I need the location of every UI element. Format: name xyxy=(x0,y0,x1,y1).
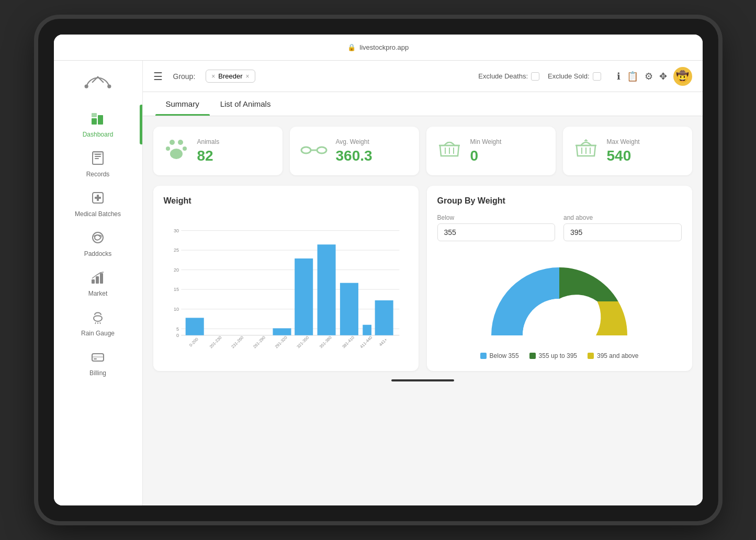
svg-text:30: 30 xyxy=(174,228,179,233)
svg-rect-22 xyxy=(94,358,97,359)
sidebar-item-billing[interactable]: Billing xyxy=(54,343,142,383)
legend-label-below: Below 355 xyxy=(490,352,519,359)
legend-item-above: 395 and above xyxy=(588,352,638,359)
sidebar-item-records[interactable]: Records xyxy=(54,144,142,184)
basket-min-icon xyxy=(437,137,462,165)
sidebar-item-market[interactable]: Market xyxy=(54,264,142,303)
expand-icon[interactable]: ✥ xyxy=(659,71,667,82)
svg-rect-8 xyxy=(95,158,99,159)
charts-row: Weight xyxy=(153,186,692,371)
exclude-deaths-checkbox[interactable] xyxy=(531,72,539,81)
above-input-group: and above xyxy=(563,214,682,241)
exclude-deaths-label: Exclude Deaths: xyxy=(478,72,528,80)
legend-item-mid: 355 up to 395 xyxy=(529,352,577,359)
basket-max-icon xyxy=(573,137,599,165)
svg-point-27 xyxy=(170,149,183,159)
donut-legend: Below 355 355 up to 395 395 and above xyxy=(480,352,639,359)
sidebar-label-dashboard: Dashboard xyxy=(83,131,114,138)
above-input[interactable] xyxy=(563,223,682,241)
user-avatar[interactable]: 🤠 xyxy=(673,67,692,86)
sidebar-item-medical[interactable]: Medical Batches xyxy=(54,184,142,224)
page-content: Animals 82 xyxy=(143,116,703,505)
gbw-inputs: Below and above xyxy=(437,214,682,241)
bar-321-350 xyxy=(295,258,313,335)
header-icons: ℹ 📋 ⚙ ✥ 🤠 xyxy=(617,67,692,86)
legend-dot-mid xyxy=(529,353,536,359)
max-weight-value: 540 xyxy=(607,148,640,164)
max-weight-label: Max Weight xyxy=(607,138,640,145)
svg-rect-21 xyxy=(92,356,104,358)
svg-text:411-440: 411-440 xyxy=(359,335,373,349)
stat-card-min-weight: Min Weight 0 xyxy=(426,127,556,175)
settings-icon[interactable]: ⚙ xyxy=(645,71,653,82)
svg-rect-7 xyxy=(95,156,101,157)
below-input[interactable] xyxy=(437,223,556,241)
svg-point-1 xyxy=(107,84,111,88)
tag-x-left[interactable]: × xyxy=(211,73,215,80)
bar-411-440 xyxy=(363,325,371,335)
min-weight-label: Min Weight xyxy=(470,138,502,145)
exclude-deaths-group: Exclude Deaths: xyxy=(478,72,539,81)
svg-text:321-350: 321-350 xyxy=(296,335,310,349)
svg-text:201-230: 201-230 xyxy=(208,335,222,349)
svg-text:441+: 441+ xyxy=(378,337,388,347)
svg-rect-14 xyxy=(92,279,95,284)
svg-text:20: 20 xyxy=(174,267,179,273)
sidebar-item-rain[interactable]: Rain Gauge xyxy=(54,303,142,343)
svg-rect-15 xyxy=(96,276,99,284)
avg-weight-value: 360.3 xyxy=(336,148,373,164)
avg-weight-label: Avg. Weight xyxy=(336,138,373,145)
paw-icon xyxy=(164,136,189,166)
svg-text:0: 0 xyxy=(176,333,179,338)
svg-rect-70 xyxy=(476,335,643,346)
content-area: ☰ Group: × Breeder × Exclude Deaths: xyxy=(143,61,703,505)
svg-text:10: 10 xyxy=(174,307,179,312)
stat-info-animals: Animals 82 xyxy=(197,138,220,164)
svg-line-17 xyxy=(95,322,96,324)
svg-point-0 xyxy=(85,84,88,88)
sidebar-label-medical: Medical Batches xyxy=(75,210,121,218)
tab-summary[interactable]: Summary xyxy=(155,92,210,116)
exclude-sold-label: Exclude Sold: xyxy=(548,72,590,80)
market-icon xyxy=(91,270,105,288)
donut-container: Below 355 355 up to 395 395 and above xyxy=(437,252,682,359)
svg-rect-16 xyxy=(100,273,103,284)
tab-list-of-animals[interactable]: List of Animals xyxy=(210,92,281,116)
billing-icon xyxy=(91,350,105,367)
bar-381-410 xyxy=(340,283,358,335)
hamburger-menu[interactable]: ☰ xyxy=(153,70,163,83)
sidebar-item-dashboard[interactable]: Dashboard xyxy=(54,105,142,144)
svg-rect-4 xyxy=(92,113,97,117)
legend-label-mid: 355 up to 395 xyxy=(539,352,577,359)
sidebar-item-paddocks[interactable]: Paddocks xyxy=(54,224,142,264)
tag-x-right[interactable]: × xyxy=(246,73,250,80)
tabs-bar: Summary List of Animals xyxy=(143,92,703,116)
svg-rect-28 xyxy=(301,147,311,153)
group-tag-value: Breeder xyxy=(218,72,242,80)
below-label: Below xyxy=(437,214,556,221)
tablet-frame: 🔒 livestockpro.app xyxy=(38,19,718,521)
header-bar: ☰ Group: × Breeder × Exclude Deaths: xyxy=(143,61,703,92)
sidebar-label-market: Market xyxy=(88,290,108,297)
stat-cards: Animals 82 xyxy=(153,127,692,175)
exclude-sold-checkbox[interactable] xyxy=(593,72,601,81)
url-bar: 🔒 livestockpro.app xyxy=(64,43,692,51)
svg-text:261-290: 261-290 xyxy=(252,335,266,349)
svg-text:231-260: 231-260 xyxy=(230,335,244,349)
dashboard-icon xyxy=(91,111,105,129)
sidebar: Dashboard Records xyxy=(54,61,143,505)
stat-card-avg-weight: Avg. Weight 360.3 xyxy=(290,127,419,175)
svg-text:15: 15 xyxy=(174,287,179,292)
browser-top-bar: 🔒 livestockpro.app xyxy=(54,35,703,61)
svg-text:381-410: 381-410 xyxy=(341,335,355,349)
svg-rect-29 xyxy=(317,147,326,153)
rain-icon xyxy=(91,310,105,328)
info-icon[interactable]: ℹ xyxy=(617,71,620,82)
clipboard-icon[interactable]: 📋 xyxy=(627,71,638,82)
bar-351-380 xyxy=(317,244,335,335)
group-label: Group: xyxy=(173,72,196,81)
stat-info-min-weight: Min Weight 0 xyxy=(470,138,502,164)
main-layout: Dashboard Records xyxy=(54,61,703,505)
svg-rect-3 xyxy=(98,115,103,125)
legend-item-below: Below 355 xyxy=(480,352,519,359)
